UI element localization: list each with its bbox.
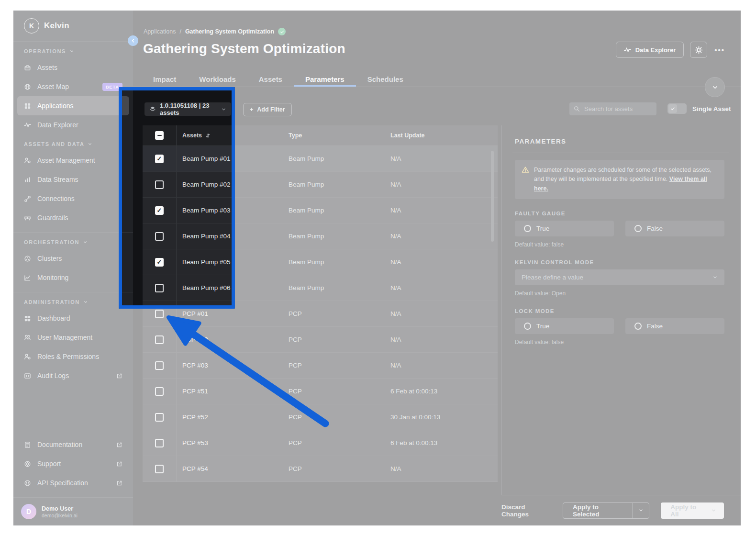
user-menu[interactable]: D Demo User demo@kelvin.ai bbox=[13, 497, 133, 525]
kelvin-control-mode-default-note: Default value: Open bbox=[515, 290, 724, 297]
sidebar-item-documentation[interactable]: Documentation bbox=[17, 435, 129, 454]
sidebar-item-applications[interactable]: Applications bbox=[17, 96, 129, 115]
lock-mode-false-option[interactable]: False bbox=[625, 318, 724, 334]
sidebar-item-guardrails[interactable]: Guardrails bbox=[17, 208, 129, 227]
row-checkbox[interactable] bbox=[155, 335, 164, 344]
row-checkbox[interactable] bbox=[155, 465, 164, 473]
sidebar-section-operations[interactable]: OPERATIONS bbox=[13, 42, 133, 58]
row-checkbox[interactable] bbox=[155, 361, 164, 370]
table-row[interactable]: PCP #54 PCP N/A bbox=[143, 456, 498, 482]
tab-schedules[interactable]: Schedules bbox=[356, 72, 415, 87]
row-checkbox[interactable] bbox=[155, 232, 164, 241]
collapse-panel-button[interactable] bbox=[705, 77, 725, 97]
table-row[interactable]: Beam Pump #01 Beam Pump N/A bbox=[143, 146, 498, 172]
sidebar-section-assets-and-data[interactable]: ASSETS AND DATA bbox=[13, 134, 133, 151]
row-checkbox[interactable] bbox=[155, 387, 164, 396]
faulty-gauge-false-option[interactable]: False bbox=[625, 221, 724, 236]
kelvin-control-mode-select[interactable]: Please define a value bbox=[515, 269, 724, 285]
sidebar-section-orchestration[interactable]: ORCHESTRATION bbox=[13, 233, 133, 249]
table-row[interactable]: Beam Pump #06 Beam Pump N/A bbox=[143, 275, 498, 301]
data-explorer-button[interactable]: Data Explorer bbox=[616, 42, 684, 58]
brand-logo[interactable]: K Kelvin bbox=[13, 11, 133, 42]
sidebar-spacer bbox=[13, 385, 133, 425]
user-name: Demo User bbox=[42, 505, 78, 513]
table-row[interactable]: Beam Pump #05 Beam Pump N/A bbox=[143, 249, 498, 275]
table-row[interactable]: PCP #01 PCP N/A bbox=[143, 301, 498, 327]
select-all-checkbox[interactable] bbox=[155, 131, 164, 140]
asset-search bbox=[569, 102, 656, 115]
breadcrumb-current: Gathering System Optimization bbox=[185, 28, 274, 35]
sidebar-collapse-button[interactable] bbox=[128, 35, 138, 46]
search-input[interactable] bbox=[583, 105, 652, 113]
sidebar-item-assets[interactable]: Assets bbox=[17, 58, 129, 77]
settings-button[interactable] bbox=[690, 42, 707, 58]
sidebar-item-asset-map[interactable]: Asset Map BETA bbox=[17, 77, 129, 96]
column-type[interactable]: Type bbox=[283, 132, 385, 139]
table-row[interactable]: PCP #02 PCP N/A bbox=[143, 327, 498, 353]
chevron-down-icon bbox=[221, 107, 226, 112]
column-last-update[interactable]: Last Update bbox=[385, 132, 498, 139]
table-row[interactable]: Beam Pump #04 Beam Pump N/A bbox=[143, 223, 498, 249]
sidebar-item-clusters[interactable]: Clusters bbox=[17, 249, 129, 268]
sidebar-item-connections[interactable]: Connections bbox=[17, 189, 129, 208]
brand-name: Kelvin bbox=[44, 21, 69, 31]
table-row[interactable]: PCP #51 PCP 6 Feb at 0:00:13 bbox=[143, 379, 498, 404]
row-checkbox[interactable] bbox=[155, 206, 164, 215]
waveform-icon bbox=[24, 122, 31, 129]
sidebar-item-roles-permissions[interactable]: Roles & Permissions bbox=[17, 347, 129, 366]
lock-mode-true-option[interactable]: True bbox=[515, 318, 614, 334]
chevron-down-icon bbox=[712, 275, 718, 280]
row-checkbox[interactable] bbox=[155, 284, 164, 292]
audit-logs-icon bbox=[24, 372, 31, 380]
tab-workloads[interactable]: Workloads bbox=[188, 72, 247, 87]
tab-assets[interactable]: Assets bbox=[247, 72, 294, 87]
table-row[interactable]: PCP #53 PCP 6 Feb at 0:00:13 bbox=[143, 430, 498, 456]
apply-to-selected-button[interactable]: Apply to Selected bbox=[563, 502, 649, 519]
sidebar-section-administration[interactable]: ADMINISTRATION bbox=[13, 292, 133, 309]
globe-icon bbox=[24, 83, 31, 90]
tab-parameters[interactable]: Parameters bbox=[294, 72, 356, 87]
radio-icon bbox=[524, 225, 531, 232]
sidebar-item-dashboard[interactable]: Dashboard bbox=[17, 309, 129, 328]
sidebar-item-support[interactable]: Support bbox=[17, 454, 129, 473]
tab-bar: Impact Workloads Assets Parameters Sched… bbox=[133, 72, 741, 87]
row-checkbox[interactable] bbox=[155, 310, 164, 318]
sidebar-item-monitoring[interactable]: Monitoring bbox=[17, 268, 129, 287]
sidebar-item-data-explorer[interactable]: Data Explorer bbox=[17, 115, 129, 134]
sidebar-item-audit-logs[interactable]: Audit Logs bbox=[17, 366, 129, 385]
single-asset-toggle[interactable] bbox=[667, 103, 687, 114]
faulty-gauge-label: FAULTY GAUGE bbox=[515, 211, 724, 216]
table-row[interactable]: Beam Pump #03 Beam Pump N/A bbox=[143, 198, 498, 223]
discard-changes-button[interactable]: Discard Changes bbox=[501, 503, 551, 518]
version-dropdown[interactable]: 1.0.11051108 | 23 assets bbox=[145, 102, 231, 116]
apply-to-selected-caret[interactable] bbox=[633, 503, 649, 518]
sidebar-item-data-streams[interactable]: Data Streams bbox=[17, 170, 129, 189]
row-checkbox[interactable] bbox=[155, 439, 164, 447]
faulty-gauge-true-option[interactable]: True bbox=[515, 221, 614, 236]
table-row[interactable]: PCP #52 PCP 30 Jan at 0:00:13 bbox=[143, 404, 498, 430]
sidebar-item-asset-management[interactable]: Asset Management bbox=[17, 151, 129, 170]
chevron-down-icon bbox=[638, 508, 644, 513]
table-scrollbar[interactable] bbox=[491, 151, 494, 242]
connections-icon bbox=[24, 195, 31, 202]
more-options-button[interactable]: ••• bbox=[713, 46, 726, 54]
action-bar: Discard Changes Apply to Selected Apply … bbox=[501, 495, 741, 525]
dashboard-icon bbox=[24, 315, 31, 322]
column-assets[interactable]: Assets bbox=[177, 132, 283, 139]
tab-impact[interactable]: Impact bbox=[142, 72, 188, 87]
sidebar-item-api-specification[interactable]: API Specification bbox=[17, 473, 129, 492]
assets-icon bbox=[24, 64, 31, 71]
table-row[interactable]: Beam Pump #02 Beam Pump N/A bbox=[143, 172, 498, 198]
row-checkbox[interactable] bbox=[155, 258, 164, 267]
row-checkbox[interactable] bbox=[155, 180, 164, 189]
row-checkbox[interactable] bbox=[155, 413, 164, 422]
single-asset-label: Single Asset bbox=[692, 105, 731, 112]
row-checkbox[interactable] bbox=[155, 155, 164, 163]
breadcrumb: Applications / Gathering System Optimiza… bbox=[144, 28, 286, 35]
add-filter-button[interactable]: + Add Filter bbox=[243, 103, 292, 116]
breadcrumb-applications-link[interactable]: Applications bbox=[144, 28, 176, 35]
sort-icon[interactable] bbox=[205, 133, 211, 139]
sidebar-item-user-management[interactable]: User Management bbox=[17, 328, 129, 347]
table-row[interactable]: PCP #03 PCP N/A bbox=[143, 353, 498, 379]
apply-to-all-button[interactable]: Apply to All bbox=[661, 502, 724, 519]
